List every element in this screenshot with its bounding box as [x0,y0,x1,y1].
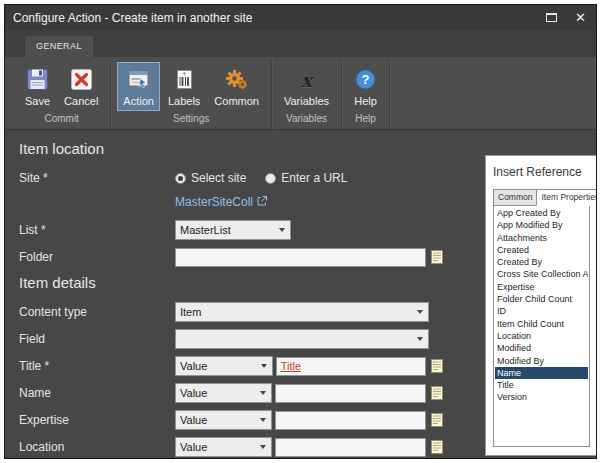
commit-buttons: Save Cancel [14,60,109,111]
location-controls: Value [175,437,445,457]
labels-button-label: Labels [168,95,200,107]
insert-reference-tabs: Common Item Properties [493,189,590,206]
help-button[interactable]: ? Help [348,62,383,111]
site-link[interactable]: MasterSiteColl [175,195,253,209]
save-icon [26,67,49,92]
radio-enter-url-circle[interactable] [265,173,276,184]
list-item[interactable]: Item Child Count [495,318,588,330]
ribbon-group-commit: Save Cancel Commit [13,60,111,129]
site-label: Site * [19,171,175,185]
list-controls: MasterList [175,220,445,240]
title-input[interactable]: Title [276,357,426,376]
expertise-label: Expertise [19,413,175,427]
location-value-dropdown-value: Value [176,441,255,453]
list-item[interactable]: ID [495,305,588,317]
title-value-dropdown[interactable]: Value [175,356,273,376]
list-item[interactable]: Expertise [495,281,588,293]
list-item[interactable]: Modified By [495,355,588,367]
variables-buttons: x Variables [273,60,340,111]
ribbon-tabstrip: GENERAL [5,30,596,57]
variables-button[interactable]: x Variables [278,62,335,111]
title-reference-button[interactable] [429,357,445,375]
list-item[interactable]: App Created By [495,207,588,219]
labels-icon [173,67,196,92]
tab-item-properties[interactable]: Item Properties [536,189,597,206]
list-item[interactable]: App Modified By [495,219,588,231]
ribbon: Save Cancel Commit Action [5,57,596,130]
list-label: List * [19,223,175,237]
insert-reference-panel: Insert Reference Common Item Properties … [485,155,597,456]
ribbon-group-label-variables: Variables [273,111,340,129]
list-item[interactable]: Attachments [495,232,588,244]
variable-x-icon: x [301,67,312,92]
tab-common[interactable]: Common [493,189,537,206]
help-buttons: ? Help [343,60,388,111]
expertise-reference-button[interactable] [429,411,445,429]
gears-icon [225,67,248,92]
maximize-button[interactable] [546,13,557,22]
settings-buttons: Action Labels Common [112,60,270,111]
radio-select-site-circle[interactable] [175,173,186,184]
name-value-dropdown-value: Value [176,387,255,399]
list-item[interactable]: Location [495,330,588,342]
chevron-down-icon [261,364,267,368]
variables-button-label: Variables [284,95,329,107]
title-reference-token[interactable]: Title [281,360,301,372]
name-reference-button[interactable] [429,384,445,402]
list-dropdown[interactable]: MasterList [175,220,291,240]
window-buttons: ✕ [546,11,586,24]
list-item[interactable]: Title [495,379,588,391]
cancel-icon [70,67,93,92]
location-label: Location [19,440,175,454]
list-item[interactable]: Created [495,244,588,256]
configure-action-dialog: Configure Action - Create item in anothe… [4,4,597,459]
close-button[interactable]: ✕ [575,11,586,24]
list-item[interactable]: Cross Site Collection Archival [495,268,588,280]
reference-book-icon [431,386,443,400]
folder-reference-button[interactable] [429,248,445,266]
external-link-icon[interactable] [256,193,268,211]
common-button[interactable]: Common [208,62,265,111]
radio-enter-url[interactable]: Enter a URL [265,171,347,185]
list-item[interactable]: Modified [495,342,588,354]
location-reference-button[interactable] [429,438,445,456]
chevron-down-icon [279,228,285,232]
name-value-dropdown[interactable]: Value [175,383,272,403]
chevron-down-icon [417,337,423,341]
cancel-button[interactable]: Cancel [58,62,104,111]
list-item[interactable]: Version [495,391,588,403]
list-item[interactable]: Created By [495,256,588,268]
title-label: Title * [19,359,175,373]
content-type-dropdown[interactable]: Item [175,302,429,322]
reference-book-icon [431,413,443,427]
help-icon: ? [354,67,377,92]
titlebar: Configure Action - Create item in anothe… [5,5,596,30]
location-value-dropdown[interactable]: Value [175,437,272,457]
help-button-label: Help [354,95,377,107]
labels-button[interactable]: Labels [162,62,206,111]
tab-general[interactable]: GENERAL [25,36,93,57]
name-input[interactable] [275,384,426,403]
content-type-controls: Item [175,302,445,322]
folder-input[interactable] [175,248,426,267]
chevron-down-icon [260,418,266,422]
radio-select-site[interactable]: Select site [175,171,246,185]
folder-label: Folder [19,250,175,264]
location-input[interactable] [275,438,426,457]
action-button-label: Action [123,95,154,107]
save-button[interactable]: Save [19,62,56,111]
field-dropdown[interactable] [175,329,429,349]
title-value-dropdown-value: Value [176,360,256,372]
field-controls [175,329,445,349]
expertise-input[interactable] [275,411,426,430]
insert-reference-title: Insert Reference [493,165,590,179]
ribbon-group-variables: x Variables Variables [272,60,342,129]
list-item[interactable]: Folder Child Count [495,293,588,305]
content-type-label: Content type [19,305,175,319]
reference-book-icon [431,359,443,373]
list-item-selected[interactable]: Name [495,367,588,379]
expertise-value-dropdown[interactable]: Value [175,410,272,430]
ribbon-group-help: ? Help Help [342,60,390,129]
action-button[interactable]: Action [117,62,160,111]
content-type-dropdown-value: Item [176,306,412,318]
